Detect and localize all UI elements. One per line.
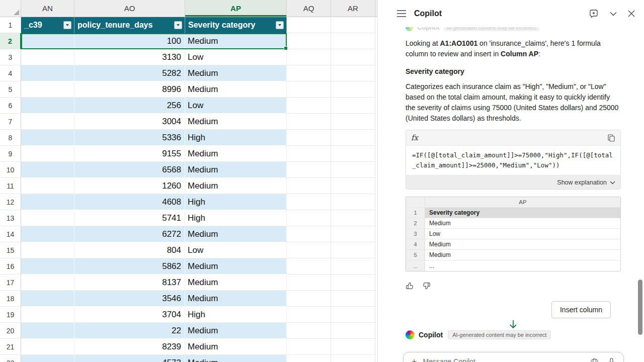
microphone-icon[interactable] <box>608 357 615 362</box>
cell-AP3[interactable]: Low <box>185 49 287 65</box>
cell-AO7[interactable]: 3004 <box>74 114 185 130</box>
column-header-AO[interactable]: AO <box>74 0 185 17</box>
cell-AN2[interactable] <box>21 33 74 49</box>
row-header-6[interactable]: 6 <box>0 98 21 114</box>
cell-AP2[interactable]: Medium <box>185 33 287 49</box>
row-header-8[interactable]: 8 <box>0 130 21 146</box>
cell-AR4[interactable] <box>331 65 375 81</box>
cell-AN15[interactable] <box>21 242 74 258</box>
cell-AP21[interactable]: Medium <box>185 339 287 355</box>
cell-AO11[interactable]: 1260 <box>74 178 185 194</box>
cell-AN16[interactable] <box>21 258 74 275</box>
cell-AP11[interactable]: Medium <box>185 178 287 194</box>
cell-AO17[interactable]: 8137 <box>74 275 185 291</box>
cell-AR21[interactable] <box>331 339 375 355</box>
cell-AO8[interactable]: 5336 <box>74 130 185 146</box>
hamburger-menu-icon[interactable] <box>397 10 406 17</box>
cell-AR15[interactable] <box>331 242 375 258</box>
scrollbar-thumb[interactable] <box>638 280 642 335</box>
close-icon[interactable] <box>628 10 635 17</box>
cell-AO20[interactable]: 22 <box>74 323 185 339</box>
globe-icon[interactable] <box>590 358 599 362</box>
column-header-AR[interactable]: AR <box>331 0 375 17</box>
cell-AN11[interactable] <box>21 178 74 194</box>
cell-AO6[interactable]: 256 <box>74 98 185 114</box>
cell-AO10[interactable]: 6568 <box>74 162 185 178</box>
cell-AQ22[interactable] <box>287 355 331 362</box>
row-header-21[interactable]: 21 <box>0 339 21 355</box>
cell-AQ20[interactable] <box>287 323 331 339</box>
scroll-down-arrow-icon[interactable] <box>509 319 518 329</box>
cell-AQ18[interactable] <box>287 291 331 307</box>
show-explanation-button[interactable]: Show explanation <box>406 175 620 189</box>
cell-AO22[interactable]: 4573 <box>74 355 185 362</box>
cell-AQ3[interactable] <box>287 49 331 65</box>
column-header-AN[interactable]: AN <box>21 0 74 17</box>
cell-AQ19[interactable] <box>287 307 331 323</box>
cell-AO5[interactable]: 8996 <box>74 81 185 98</box>
row-header-10[interactable]: 10 <box>0 162 21 178</box>
cell-AO13[interactable]: 5741 <box>74 210 185 226</box>
thumbs-down-icon[interactable] <box>422 282 431 290</box>
cell-AN8[interactable] <box>21 130 74 146</box>
column-header-AP[interactable]: AP <box>185 0 287 17</box>
cell-AO12[interactable]: 4608 <box>74 194 185 210</box>
row-header-2[interactable]: 2 <box>0 33 21 49</box>
cell-AP4[interactable]: Medium <box>185 65 287 81</box>
cell-AQ8[interactable] <box>287 130 331 146</box>
cell-AO21[interactable]: 8239 <box>74 339 185 355</box>
cell-AN9[interactable] <box>21 146 74 162</box>
cell-AO19[interactable]: 3704 <box>74 307 185 323</box>
cell-AR7[interactable] <box>331 114 375 130</box>
cell-AR12[interactable] <box>331 194 375 210</box>
filter-dropdown-icon[interactable] <box>276 21 284 29</box>
row-header-5[interactable]: 5 <box>0 81 21 98</box>
cell-AP10[interactable]: Medium <box>185 162 287 178</box>
filter-dropdown-icon[interactable] <box>174 21 182 29</box>
cell-AP18[interactable]: Medium <box>185 291 287 307</box>
cell-AO2[interactable]: 100 <box>74 33 185 49</box>
cell-AN4[interactable] <box>21 65 74 81</box>
row-header-16[interactable]: 16 <box>0 258 21 275</box>
insert-column-button[interactable]: Insert column <box>551 301 611 318</box>
cell-AQ17[interactable] <box>287 275 331 291</box>
message-input[interactable] <box>423 357 584 362</box>
row-header-3[interactable]: 3 <box>0 49 21 65</box>
cell-AO16[interactable]: 5862 <box>74 258 185 275</box>
cell-AQ21[interactable] <box>287 339 331 355</box>
cell-AO15[interactable]: 804 <box>74 242 185 258</box>
row-header-12[interactable]: 12 <box>0 194 21 210</box>
formula-text[interactable]: =IF([@[total_claim_amount]]>=75000,"High… <box>406 145 620 175</box>
cell-AR20[interactable] <box>331 323 375 339</box>
cell-AP6[interactable]: Low <box>185 98 287 114</box>
cell-AR13[interactable] <box>331 210 375 226</box>
cell-AQ7[interactable] <box>287 114 331 130</box>
row-header-14[interactable]: 14 <box>0 226 21 242</box>
cell-AR8[interactable] <box>331 130 375 146</box>
cell-AP22[interactable]: Medium <box>185 355 287 362</box>
cell-AN7[interactable] <box>21 114 74 130</box>
filter-dropdown-icon[interactable] <box>63 21 71 29</box>
cell-AP19[interactable]: High <box>185 307 287 323</box>
cell-AN20[interactable] <box>21 323 74 339</box>
cell-AO9[interactable]: 9155 <box>74 146 185 162</box>
cell-AP13[interactable]: High <box>185 210 287 226</box>
cell-AP8[interactable]: High <box>185 130 287 146</box>
cell-AN18[interactable] <box>21 291 74 307</box>
cell-AN6[interactable] <box>21 98 74 114</box>
row-header-19[interactable]: 19 <box>0 307 21 323</box>
thumbs-up-icon[interactable] <box>406 282 414 290</box>
plus-icon[interactable]: + <box>412 357 417 362</box>
cell-AQ5[interactable] <box>287 81 331 98</box>
cell-AP9[interactable]: Medium <box>185 146 287 162</box>
cell-AQ9[interactable] <box>287 146 331 162</box>
new-chat-icon[interactable] <box>589 9 599 19</box>
cell-AN22[interactable] <box>21 355 74 362</box>
message-input-box[interactable]: + <box>403 352 624 362</box>
cell-AQ1[interactable] <box>287 17 331 33</box>
row-header-20[interactable]: 20 <box>0 323 21 339</box>
row-header-1[interactable]: 1 <box>0 17 21 33</box>
row-header-22[interactable]: 22 <box>0 355 21 362</box>
cell-AO3[interactable]: 3130 <box>74 49 185 65</box>
cell-AR6[interactable] <box>331 98 375 114</box>
